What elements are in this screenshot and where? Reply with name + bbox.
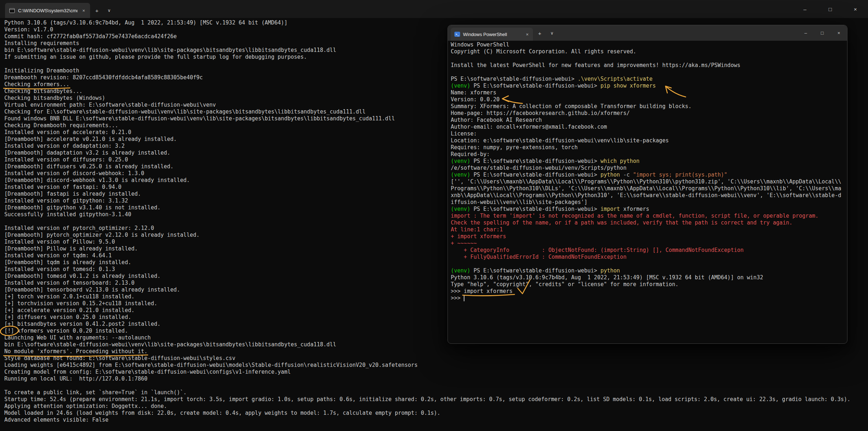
new-tab-button[interactable]: + [90,3,104,18]
terminal-line: Programs\\Python\\Python310\\DLLs', 'C:\… [451,185,844,192]
terminal-line: Running on local URL: http://127.0.0.1:7… [4,376,864,382]
terminal-line: Requires: numpy, pyre-extensions, torch [451,144,844,151]
terminal-line: PS E:\software\stable-diffusion-webui> .… [451,76,844,83]
terminal-line: Author-email: oncall+xformers@xmail.face… [451,124,844,130]
terminal-line: Required-by: [451,151,844,158]
terminal-line: Windows PowerShell [451,41,844,48]
powershell-terminal-output[interactable]: Windows PowerShellCopyright (C) Microsof… [448,41,847,302]
tab-dropdown-icon[interactable]: ∨ [104,3,115,18]
terminal-line: Applying attention optimization: Doggett… [4,403,864,410]
new-tab-button[interactable]: + [533,26,547,41]
close-button[interactable]: × [843,0,868,18]
terminal-line: No module 'xformers'. Proceeding without… [4,348,864,355]
tab-title: C:\WINDOWS\system32\cmd. [18,8,77,13]
terminal-line: iffusion-webui\\venv\\lib\\site-packages… [451,199,844,206]
close-button[interactable]: × [831,25,847,41]
terminal-line: + ~~~~~~ [451,240,844,247]
minimize-button[interactable]: – [792,0,818,18]
terminal-line: Check the spelling of the name, or if a … [451,219,844,226]
terminal-window-powershell: >_ Windows PowerShell × + ∨ – □ × Window… [448,25,847,344]
maximize-button[interactable]: □ [818,0,843,18]
terminal-line: License: [451,130,844,137]
terminal-line: Startup time: 52.4s (prepare environment… [4,396,864,403]
powershell-icon: >_ [454,32,460,37]
terminal-line: (venv) PS E:\software\stable-diffusion-w… [451,83,844,89]
cmd-icon [9,8,15,13]
desktop: C:\WINDOWS\system32\cmd. × + ∨ – □ × Pyt… [0,0,868,431]
maximize-button[interactable]: □ [814,25,831,41]
terminal-line: To create a public link, set `share=True… [4,389,864,396]
terminal-line [451,55,844,62]
window-controls: – □ × [792,0,868,18]
terminal-line: Install the latest PowerShell for new fe… [451,62,844,69]
terminal-line: (venv) PS E:\software\stable-diffusion-w… [451,172,844,178]
terminal-line: + import xformers [451,233,844,240]
terminal-line: ['', 'C:\\Users\\maxnb\\AppData\\Local\\… [451,178,844,185]
terminal-line: At line:1 char:1 [451,226,844,233]
text-cursor [464,296,464,301]
terminal-line: Type "help", "copyright", "credits" or "… [451,281,844,288]
minimize-button[interactable]: – [797,25,814,41]
terminal-line: Style database not found: E:\software\st… [4,355,864,362]
tab-dropdown-icon[interactable]: ∨ [547,26,557,41]
terminal-line: import : The term 'import' is not recogn… [451,213,844,219]
terminal-line: Version: 0.0.20 [451,96,844,103]
terminal-line: Model loaded in 24.6s (load weights from… [4,410,864,417]
tab-close-icon[interactable]: × [81,8,86,13]
terminal-line: Copyright (C) Microsoft Corporation. All… [451,48,844,55]
terminal-line [451,261,844,267]
tab-cmd[interactable]: C:\WINDOWS\system32\cmd. × [5,3,90,18]
terminal-line: /e/software/stable-diffusion-webui/venv/… [451,165,844,172]
main-tab-bar: C:\WINDOWS\system32\cmd. × + ∨ – □ × [0,0,868,18]
tab-close-icon[interactable]: × [524,32,530,37]
terminal-line [4,382,864,389]
terminal-line: Python 3.10.6 (tags/v3.10.6:9c7b4bd, Aug… [451,274,844,281]
terminal-line: >>> import xformers [451,288,844,295]
powershell-tab-bar: >_ Windows PowerShell × + ∨ – □ × [448,25,847,41]
window-controls: – □ × [797,25,847,41]
terminal-line: Location: e:\software\stable-diffusion-w… [451,137,844,144]
terminal-line: Advanced elements visible: False [4,417,864,423]
tab-title: Windows PowerShell [463,32,521,37]
terminal-line: Summary: XFormers: A collection of compo… [451,103,844,110]
terminal-line: Author: Facebook AI Research [451,117,844,124]
terminal-line: Creating model from config: E:\software\… [4,369,864,376]
terminal-line: + CategoryInfo : ObjectNotFound: (import… [451,247,844,254]
terminal-line: Name: xformers [451,89,844,96]
terminal-line: Home-page: https://facebookresearch.gith… [451,110,844,117]
terminal-line: (venv) PS E:\software\stable-diffusion-w… [451,267,844,274]
terminal-line: + FullyQualifiedErrorId : CommandNotFoun… [451,254,844,261]
terminal-line: Loading weights [e6415c4892] from E:\sof… [4,362,864,369]
terminal-line [451,69,844,76]
terminal-line: >>> [451,295,844,302]
terminal-line: xnb\\AppData\\Local\\Programs\\Python\\P… [451,192,844,199]
terminal-line: (venv) PS E:\software\stable-diffusion-w… [451,206,844,213]
terminal-line: (venv) PS E:\software\stable-diffusion-w… [451,158,844,165]
tab-powershell[interactable]: >_ Windows PowerShell × [451,28,533,41]
